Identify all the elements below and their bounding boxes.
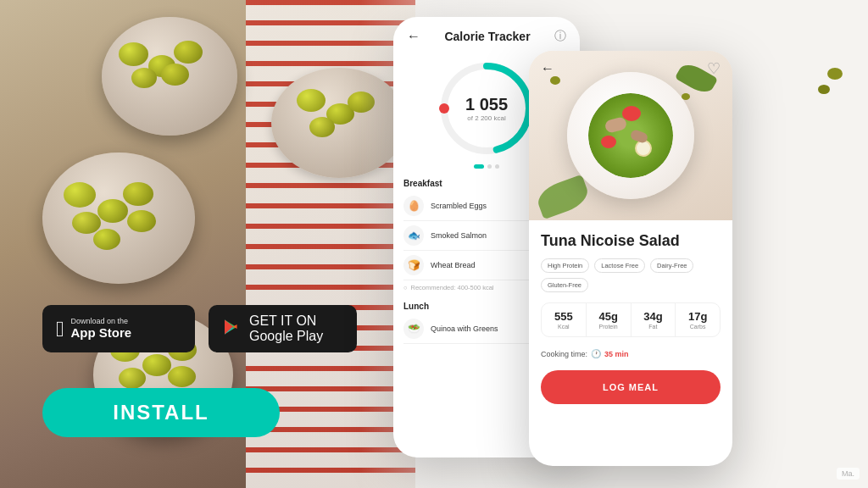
nutrition-carbs: 17g Carbs	[676, 303, 720, 336]
cooking-time-value: 35 min	[604, 350, 629, 358]
salad-plate	[567, 72, 694, 199]
cooking-time: Cooking time: 🕐 35 min	[541, 349, 721, 358]
bowl-1	[102, 17, 237, 136]
google-play-icon	[222, 317, 242, 341]
back-arrow-icon[interactable]: ←	[407, 29, 420, 44]
info-icon[interactable]: ⓘ	[554, 29, 566, 44]
phone-main-header: ← Calorie Tracker ⓘ	[393, 17, 580, 51]
log-meal-label: LOG MEAL	[603, 382, 659, 392]
tag-high-protein: High Protein	[541, 258, 589, 273]
nutrition-row: 555 Kcal 45g Protein 34g Fat 17g Carbs	[541, 302, 721, 337]
install-button[interactable]: INSTALL	[42, 388, 280, 437]
quinoa-icon: 🥗	[403, 319, 424, 339]
store-buttons-container:  Download on the App Store GET IT ON Go…	[42, 305, 357, 352]
carbs-label: Carbs	[679, 324, 716, 330]
lunch-name: Lunch	[403, 302, 429, 311]
phone2-header: ← ♡	[529, 51, 732, 86]
floating-olive-2	[682, 93, 690, 100]
quinoa-name: Quinoa with Greens	[431, 324, 498, 333]
google-play-top-text: GET IT ON	[249, 313, 323, 329]
dish-name: Tuna Nicoise Salad	[541, 232, 721, 250]
phone2-content: Tuna Nicoise Salad High Protein Lactose …	[529, 220, 732, 416]
calorie-tracker-title: Calorie Tracker	[444, 30, 530, 43]
tags-row: High Protein Lactose Free Dairy-Free Glu…	[541, 258, 721, 292]
apple-icon: 	[56, 318, 64, 340]
eggs-icon: 🥚	[403, 196, 424, 216]
rec-circle-icon: ○	[403, 284, 408, 291]
breakfast-name: Breakfast	[403, 179, 442, 188]
watermark: Ma.	[837, 468, 860, 480]
fat-value: 34g	[635, 310, 672, 323]
floating-olive-top	[827, 68, 843, 80]
eggs-name: Scrambled Eggs	[431, 202, 487, 210]
svg-point-2	[439, 103, 449, 114]
app-store-top-text: Download on the	[71, 317, 132, 326]
floating-olive-top2	[818, 85, 830, 94]
phone2-back-icon[interactable]: ←	[541, 61, 554, 76]
google-play-button[interactable]: GET IT ON Google Play	[209, 305, 357, 352]
calorie-center: 1 055 of 2 200 kcal	[465, 96, 508, 122]
bowl-2	[42, 152, 195, 284]
tag-dairy-free: Dairy-Free	[650, 258, 693, 273]
phones-container: ← Calorie Tracker ⓘ 1 055	[359, 0, 851, 488]
page-dots	[474, 164, 499, 169]
calorie-ring: 1 055 of 2 200 kcal	[436, 58, 537, 159]
kcal-value: 555	[545, 310, 582, 323]
app-store-button[interactable]:  Download on the App Store	[42, 305, 195, 352]
kcal-label: Kcal	[545, 324, 582, 330]
google-play-bottom-text: Google Play	[249, 329, 323, 344]
google-play-text: GET IT ON Google Play	[249, 313, 323, 344]
cooking-time-label: Cooking time:	[541, 350, 587, 358]
dot-1	[474, 164, 484, 169]
app-store-text: Download on the App Store	[71, 317, 132, 341]
protein-value: 45g	[590, 310, 627, 323]
nutrition-kcal: 555 Kcal	[542, 303, 587, 336]
carbs-value: 17g	[679, 310, 716, 323]
install-label: INSTALL	[113, 401, 209, 424]
tag-lactose-free: Lactose Free	[594, 258, 645, 273]
fat-label: Fat	[635, 324, 672, 330]
app-store-bottom-text: App Store	[71, 325, 132, 341]
protein-label: Protein	[590, 324, 627, 330]
phone-tuna-salad: ← ♡ Tuna Nicoise Salad High Protein Lact…	[529, 51, 732, 466]
salmon-icon: 🐟	[403, 225, 424, 246]
bread-icon: 🍞	[403, 255, 424, 275]
calorie-number: 1 055	[465, 96, 508, 113]
log-meal-button[interactable]: LOG MEAL	[541, 370, 721, 404]
nutrition-fat: 34g Fat	[632, 303, 676, 336]
bread-name: Wheat Bread	[431, 261, 476, 269]
salmon-name: Smoked Salmon	[431, 231, 487, 240]
dot-2	[487, 164, 492, 169]
calorie-unit: of 2 200 kcal	[465, 114, 508, 122]
clock-icon: 🕐	[591, 349, 601, 358]
tag-gluten-free: Gluten-Free	[541, 278, 588, 292]
phone2-heart-icon[interactable]: ♡	[707, 59, 721, 78]
dot-3	[495, 164, 499, 169]
nutrition-protein: 45g Protein	[587, 303, 632, 336]
